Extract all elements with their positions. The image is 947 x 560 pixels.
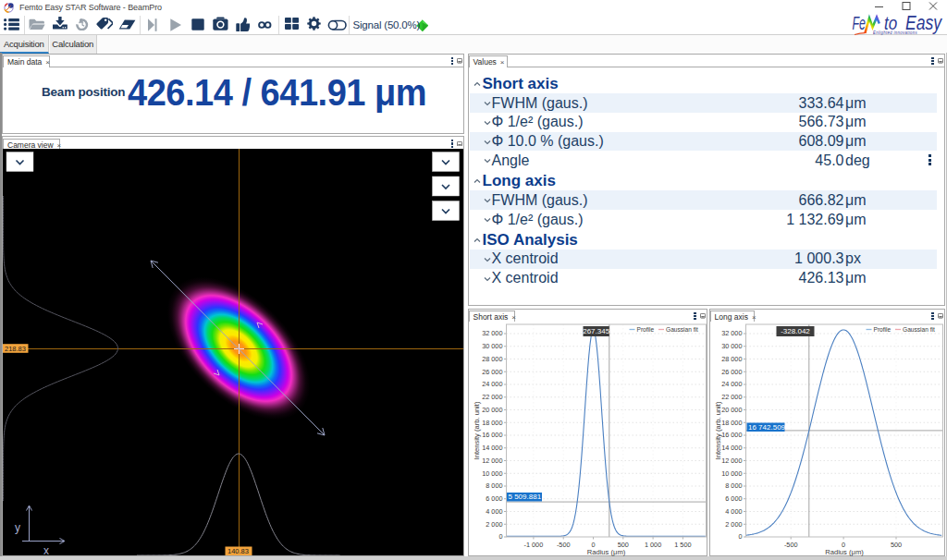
svg-text:Profile: Profile — [636, 326, 654, 333]
svg-text:28 000: 28 000 — [482, 355, 502, 363]
svg-text:16 742.509: 16 742.509 — [748, 423, 786, 432]
svg-text:y: y — [15, 521, 20, 534]
svg-text:0: 0 — [738, 532, 742, 541]
svg-text:10 000: 10 000 — [482, 469, 502, 478]
svg-text:2 000: 2 000 — [725, 520, 742, 529]
svg-text:Radius (μm): Radius (μm) — [825, 548, 864, 556]
svg-text:Gaussian fit: Gaussian fit — [666, 326, 698, 333]
svg-text:-500: -500 — [783, 541, 797, 549]
svg-text:26 000: 26 000 — [482, 368, 502, 376]
svg-text:26 000: 26 000 — [721, 368, 742, 376]
svg-text:Fe: Fe — [853, 14, 866, 33]
svg-text:Intensity (arb. unit): Intensity (arb. unit) — [714, 401, 722, 459]
svg-text:-500: -500 — [556, 541, 570, 549]
svg-text:4 000: 4 000 — [725, 507, 742, 516]
svg-text:20 000: 20 000 — [721, 406, 742, 414]
svg-text:24 000: 24 000 — [482, 380, 502, 388]
svg-text:Gaussian fit: Gaussian fit — [903, 326, 935, 333]
svg-text:32 000: 32 000 — [721, 329, 742, 337]
svg-text:22 000: 22 000 — [721, 393, 742, 401]
svg-text:30 000: 30 000 — [482, 342, 502, 350]
svg-text:-328.042: -328.042 — [781, 327, 810, 335]
svg-text:12 000: 12 000 — [721, 457, 742, 465]
svg-text:6 000: 6 000 — [725, 494, 742, 503]
svg-text:14 000: 14 000 — [721, 444, 742, 452]
svg-text:14 000: 14 000 — [482, 444, 502, 452]
svg-text:32 000: 32 000 — [482, 329, 502, 337]
svg-text:267.345: 267.345 — [583, 327, 609, 335]
svg-text:218.83: 218.83 — [5, 345, 26, 353]
svg-text:8 000: 8 000 — [486, 481, 502, 490]
svg-text:12 000: 12 000 — [482, 457, 502, 465]
svg-text:6 000: 6 000 — [486, 494, 502, 503]
svg-text:16 000: 16 000 — [721, 431, 742, 439]
svg-text:30 000: 30 000 — [721, 342, 742, 350]
svg-text:18 000: 18 000 — [721, 419, 742, 427]
svg-text:24 000: 24 000 — [721, 380, 742, 388]
svg-text:1 000: 1 000 — [644, 541, 660, 549]
svg-text:20 000: 20 000 — [482, 406, 502, 414]
svg-text:140.83: 140.83 — [228, 547, 249, 555]
svg-text:22 000: 22 000 — [482, 393, 502, 401]
svg-text:x: x — [43, 544, 49, 555]
svg-text:Intensity (arb. unit): Intensity (arb. unit) — [473, 401, 481, 459]
svg-text:8 000: 8 000 — [725, 481, 742, 490]
svg-text:5 509.881: 5 509.881 — [508, 493, 541, 501]
svg-text:2 000: 2 000 — [486, 520, 502, 529]
svg-text:0: 0 — [498, 532, 502, 541]
svg-text:10 000: 10 000 — [721, 469, 742, 478]
svg-text:-1 000: -1 000 — [523, 541, 543, 549]
svg-text:18 000: 18 000 — [482, 419, 502, 427]
svg-text:Radius (μm): Radius (μm) — [586, 548, 625, 556]
svg-text:4 000: 4 000 — [486, 507, 502, 516]
svg-text:500: 500 — [890, 541, 901, 549]
svg-text:16 000: 16 000 — [482, 431, 502, 439]
svg-text:Profile: Profile — [873, 326, 891, 333]
svg-text:28 000: 28 000 — [721, 355, 742, 363]
svg-text:1 500: 1 500 — [674, 541, 691, 549]
